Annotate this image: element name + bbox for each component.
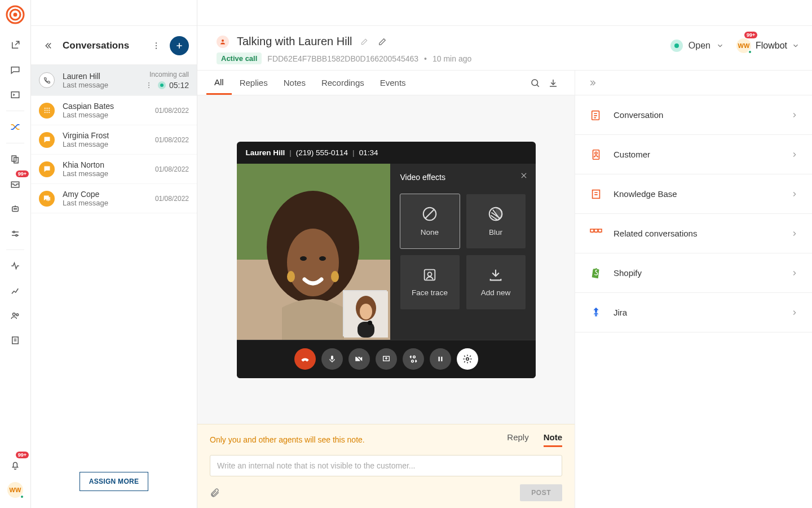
app-logo[interactable] [5,5,25,25]
svg-point-23 [48,108,50,109]
mute-button[interactable] [321,348,343,370]
row-sub: Last message [63,169,155,178]
svg-point-36 [300,256,307,261]
inbox-badge: 99+ [16,170,29,177]
call-controls [237,340,536,378]
svg-point-10 [13,231,15,233]
nav-settings2-icon[interactable] [4,222,27,245]
nav-chart-icon[interactable] [4,279,27,302]
camera-off-button[interactable] [348,348,370,370]
row-sub: Last message [63,140,155,148]
svg-point-39 [331,271,339,282]
customer-icon [589,148,603,161]
tab-events[interactable]: Events [372,71,414,95]
fx-none[interactable]: None [400,194,460,248]
nav-bell-icon[interactable]: 99+ [4,454,27,476]
close-icon[interactable] [520,172,528,179]
svg-point-12 [13,313,16,316]
conversations-list: Lauren Hill Last message Incoming call 0… [31,65,197,461]
video-call-panel: Lauren Hill | (219) 555-0114 | 01:34 [237,142,536,378]
edit-title-icon[interactable] [358,36,370,48]
svg-point-2 [14,13,17,17]
accordion-related-conversations[interactable]: Related conversations [575,214,812,253]
svg-point-44 [368,321,372,325]
svg-point-9 [16,208,17,209]
nav-chat-icon[interactable] [4,59,27,81]
assignee-dropdown[interactable]: 99+ WW Flowbot [736,38,800,53]
svg-point-31 [532,80,538,86]
tab-replies[interactable]: Replies [232,71,276,95]
accordion-customer[interactable]: Customer [575,135,812,174]
conversation-row[interactable]: Khia Norton Last message 01/08/2022 [31,155,197,184]
nav-bot-icon[interactable] [4,198,27,220]
nav-terminal-icon[interactable] [4,84,27,106]
status-dropdown[interactable]: Open [670,40,724,52]
attach-icon[interactable] [210,488,220,498]
row-date: 01/08/2022 [155,195,189,203]
post-button[interactable]: POST [520,484,562,501]
fx-add-new[interactable]: Add new [466,255,526,309]
svg-rect-60 [590,229,594,232]
download-icon[interactable] [544,74,562,92]
svg-point-52 [411,360,413,362]
call-duration: 01:34 [359,148,378,157]
main-area: Talking with Lauren Hill Active call FDD… [197,0,812,508]
dot-sep: • [424,54,427,63]
nav-copy-icon[interactable] [4,148,27,170]
svg-point-29 [48,112,50,113]
fx-blur[interactable]: Blur [466,194,526,248]
svg-point-55 [466,358,469,361]
row-more-icon[interactable] [144,81,153,90]
tab-reply[interactable]: Reply [507,432,528,447]
svg-rect-43 [358,322,374,338]
local-video-pip[interactable] [343,290,387,336]
svg-point-48 [428,272,432,276]
customer-chip-icon [217,36,229,48]
collapse-left-icon[interactable] [39,37,57,55]
fx-face-trace[interactable]: Face trace [400,255,460,309]
right-panel: Conversation Customer Knowledge Base Rel… [575,71,812,508]
transfer-button[interactable] [403,348,424,370]
tab-notes[interactable]: Notes [276,71,314,95]
active-call-badge: Active call [217,52,262,64]
accordion-label: Conversation [614,110,780,120]
conversation-row[interactable]: Caspian Bates Last message 01/08/2022 [31,96,197,125]
accordion-shopify[interactable]: Shopify [575,253,812,293]
accordion-label: Related conversations [614,229,780,238]
conversation-row[interactable]: Virginia Frost Last message 01/08/2022 [31,125,197,155]
nav-activity-icon[interactable] [4,255,27,277]
expand-right-icon[interactable] [584,74,602,92]
screenshare-button[interactable] [376,348,397,370]
hangup-button[interactable] [294,348,316,370]
accordion-knowledge-base[interactable]: Knowledge Base [575,174,812,214]
hold-button[interactable] [430,348,451,370]
tab-note[interactable]: Note [544,432,562,447]
nav-team-icon[interactable] [4,304,27,327]
search-icon[interactable] [526,74,544,92]
header-time: 10 min ago [433,54,471,63]
nav-doc-icon[interactable] [4,329,27,352]
more-icon[interactable] [147,37,165,55]
accordion-conversation[interactable]: Conversation [575,95,812,135]
new-conversation-button[interactable] [170,36,189,55]
conversation-row[interactable]: Lauren Hill Last message Incoming call 0… [31,65,197,96]
assign-more-button[interactable]: ASSIGN MORE [80,472,149,491]
svg-point-8 [14,208,15,209]
call-settings-button[interactable] [457,348,478,370]
bell-badge: 99+ [16,452,29,458]
nav-shuffle-icon[interactable] [4,116,27,138]
fx-add-label: Add new [481,288,511,297]
assignee-initials: WW [738,42,750,49]
nav-user-avatar[interactable]: WW [4,479,27,501]
tab-recordings[interactable]: Recordings [314,71,372,95]
row-name: Virginia Frost [63,131,155,140]
accordion-jira[interactable]: Jira [575,293,812,332]
nav-share-icon[interactable] [4,34,27,56]
conversation-row[interactable]: Amy Cope Last message 01/08/2022 [31,184,197,213]
nav-inbox-icon[interactable]: 99+ [4,173,27,195]
svg-point-20 [148,87,149,88]
edit2-icon[interactable] [376,36,389,48]
tab-all[interactable]: All [206,71,232,95]
note-input[interactable] [210,455,562,476]
svg-rect-62 [598,229,602,232]
